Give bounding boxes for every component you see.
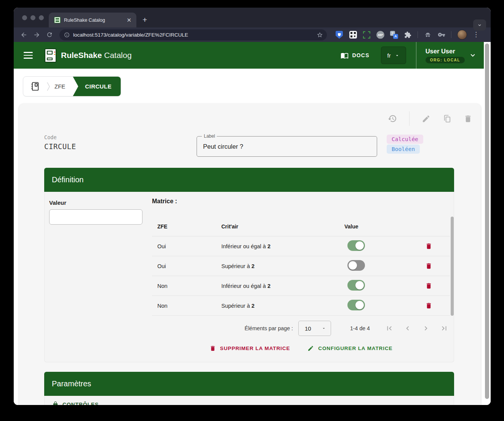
value-toggle[interactable] <box>347 240 365 251</box>
browser-profile-avatar[interactable] <box>457 30 467 40</box>
menu-hamburger-icon[interactable] <box>24 52 33 59</box>
toolbar-divider <box>418 31 418 38</box>
delete-row-button[interactable] <box>425 282 432 289</box>
type-badges: Calculée Booléen <box>387 135 423 154</box>
bookmark-star-icon[interactable] <box>317 32 323 38</box>
table-header-row: ZFE Crit'air Value <box>152 217 450 236</box>
value-toggle[interactable] <box>347 260 365 271</box>
col-header-critair: Crit'air <box>221 223 344 230</box>
delete-matrix-button[interactable]: SUPPRIMER LA MATRICE <box>210 345 290 352</box>
org-badge: ORG: LOCAL <box>426 57 465 63</box>
user-menu[interactable]: User User ORG: LOCAL <box>426 48 477 63</box>
site-info-icon[interactable] <box>64 32 70 38</box>
col-header-value: Value <box>344 223 424 230</box>
tab-strip: RuleShake Catalog ✕ + <box>14 8 491 27</box>
items-per-page-select[interactable]: 10 <box>298 321 331 336</box>
matrix-table: ZFE Crit'air Value Oui Inférieur ou égal… <box>152 217 450 316</box>
copy-button[interactable] <box>443 114 451 123</box>
toolbar-divider <box>451 31 451 38</box>
window-controls[interactable] <box>22 15 44 20</box>
back-button[interactable] <box>19 30 28 39</box>
table-row: Non Supérieur à 2 <box>152 296 450 316</box>
adblock-extension-icon[interactable]: ABP <box>376 31 384 39</box>
page-scrollbar[interactable] <box>484 42 491 405</box>
qr-code-extension-icon[interactable] <box>349 31 357 39</box>
code-block: Code CIRCULE <box>44 134 76 151</box>
screenshot-extension-icon[interactable] <box>363 31 371 39</box>
last-page-button[interactable] <box>440 324 448 333</box>
lock-icon <box>52 401 59 405</box>
docs-link[interactable]: DOCS <box>341 51 369 59</box>
reload-button[interactable] <box>45 30 54 39</box>
password-manager-extension-icon[interactable] <box>335 31 343 39</box>
browser-toolbar: localhost:5173/catalog/variable/ZFE%2FCI… <box>14 27 491 42</box>
breadcrumb-home[interactable] <box>23 77 46 96</box>
pagination-range: 1-4 de 4 <box>350 325 370 331</box>
app-header: RuleShake Catalog DOCS fr User User <box>14 42 484 69</box>
header-divider <box>416 42 416 69</box>
extensions-area: ABP 文A ⋮ <box>335 30 479 40</box>
browser-tab[interactable]: RuleShake Catalog ✕ <box>49 13 136 27</box>
previous-page-button[interactable] <box>403 324 412 333</box>
label-field-value[interactable]: Peut circuler ? <box>197 137 377 156</box>
delete-row-button[interactable] <box>425 243 432 250</box>
configure-matrix-button[interactable]: CONFIGURER LA MATRICE <box>307 345 392 352</box>
language-select[interactable]: fr <box>381 47 406 64</box>
passkey-key-icon[interactable] <box>437 31 445 39</box>
edit-button[interactable] <box>422 114 430 123</box>
delete-row-button[interactable] <box>425 262 432 270</box>
breadcrumb-chevron-icon <box>46 77 51 96</box>
user-name: User User <box>426 48 455 55</box>
extensions-puzzle-icon[interactable] <box>404 31 412 39</box>
label-field-label: Label <box>202 133 217 139</box>
valeur-input[interactable] <box>49 209 142 225</box>
delete-button[interactable] <box>464 114 472 123</box>
table-row: Non Inférieur ou égal à 2 <box>152 276 450 296</box>
scrollbar-thumb[interactable] <box>485 43 489 399</box>
zoom-window-button <box>39 15 44 20</box>
pagination: Éléments par page : 10 1-4 de 4 <box>152 320 448 336</box>
col-header-zfe: ZFE <box>157 223 221 230</box>
parameters-section-body: CONTRÔLES <box>44 396 454 405</box>
value-toggle[interactable] <box>347 300 365 310</box>
parameters-section-header: Paramètres <box>44 372 454 396</box>
close-window-button <box>22 15 27 20</box>
incognito-profile-icon[interactable] <box>424 31 432 39</box>
catalog-notebook-icon <box>30 81 40 92</box>
label-field[interactable]: Label Peut circuler ? <box>197 136 377 157</box>
browser-menu-icon[interactable]: ⋮ <box>473 33 479 37</box>
forward-button[interactable] <box>32 30 41 39</box>
toolbar-divider <box>409 111 410 126</box>
breadcrumb-item-current: CIRCULE <box>73 77 120 96</box>
tab-favicon-icon <box>54 17 61 23</box>
breadcrumb-item-zfe[interactable]: ZFE <box>51 77 73 96</box>
chevron-down-icon <box>395 53 400 58</box>
badge-calculee: Calculée <box>387 135 423 144</box>
code-label: Code <box>44 134 76 140</box>
valeur-label: Valeur <box>49 199 66 206</box>
table-row: Oui Inférieur ou égal à 2 <box>152 236 450 256</box>
next-page-button[interactable] <box>422 324 430 333</box>
translate-extension-icon[interactable]: 文A <box>390 31 398 39</box>
chevron-down-icon <box>477 22 482 28</box>
url-text: localhost:5173/catalog/variable/ZFE%2FCI… <box>73 32 313 38</box>
new-tab-button[interactable]: + <box>142 14 147 25</box>
items-per-page-label: Éléments par page : <box>245 325 293 331</box>
minimize-window-button <box>30 15 35 20</box>
badge-booleen: Booléen <box>387 145 420 154</box>
value-toggle[interactable] <box>347 280 365 291</box>
tab-close-icon[interactable]: ✕ <box>125 17 133 24</box>
controls-tab[interactable]: CONTRÔLES <box>52 401 99 405</box>
url-bar[interactable]: localhost:5173/catalog/variable/ZFE%2FCI… <box>59 29 327 40</box>
first-page-button[interactable] <box>385 324 394 333</box>
tab-search-button[interactable] <box>473 19 486 31</box>
trash-icon <box>210 345 216 352</box>
delete-row-button[interactable] <box>425 302 432 309</box>
chevron-down-icon <box>322 326 326 331</box>
table-scrollbar[interactable] <box>451 217 454 316</box>
tab-title: RuleShake Catalog <box>64 18 125 23</box>
history-button[interactable] <box>388 114 397 123</box>
variable-card: Code CIRCULE Label Peut circuler ? Calcu… <box>19 104 481 405</box>
browser-window: RuleShake Catalog ✕ + localhost:5173/cat… <box>14 8 491 405</box>
matrice-label: Matrice : <box>152 198 177 205</box>
